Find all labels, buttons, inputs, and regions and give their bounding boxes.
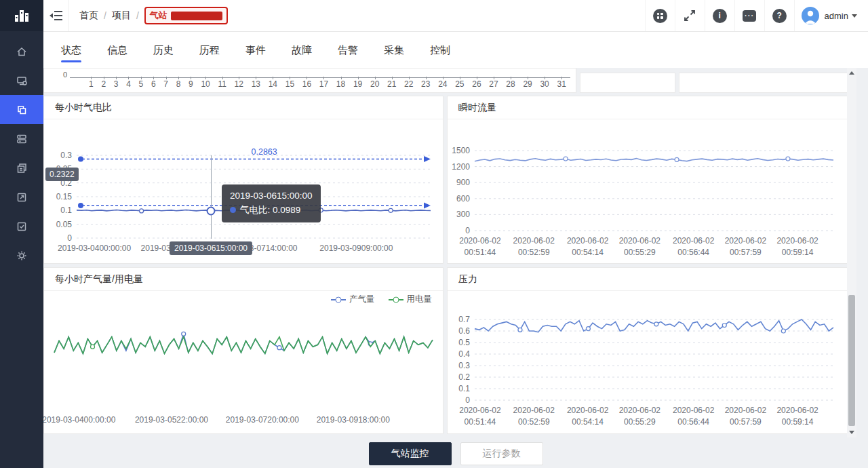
day-tick-label: 6: [151, 79, 156, 89]
day-tick-label: 4: [126, 79, 131, 89]
panel-instant-flow: 瞬时流量 0300600900120015002020-06-02 00:51:…: [447, 96, 848, 264]
bottom-action-bar: 气站监控 运行参数: [43, 440, 868, 468]
legend-line-circle-icon: [389, 299, 403, 300]
vertical-scrollbar[interactable]: [847, 68, 856, 437]
check-square-icon: [16, 220, 28, 233]
fullscreen-icon: [684, 9, 696, 22]
day-tick-label: 12: [235, 79, 243, 89]
chart-title: 每小时气电比: [44, 96, 443, 119]
legend-item[interactable]: 产气量: [331, 294, 375, 305]
x-axis-label: 2019-03-0909:00:00: [319, 243, 393, 254]
day-tick-label: 17: [319, 79, 328, 89]
running-params-button[interactable]: 运行参数: [460, 442, 543, 465]
info-icon: i: [713, 9, 727, 23]
x-axis-label: 2020-06-02 00:52:59: [513, 235, 555, 259]
breadcrumb-separator: /: [136, 10, 139, 21]
help-icon: ?: [772, 9, 787, 23]
cropped-stat-panel: [580, 73, 675, 93]
apps-icon: [653, 9, 667, 23]
x-axis-label: 2020-06-02 00:59:14: [776, 235, 818, 259]
day-tick-label: 31: [557, 79, 566, 89]
sidebar-item-home[interactable]: [0, 37, 43, 66]
day-tick-label: 2: [101, 79, 106, 89]
hourly-gas-electricity-chart[interactable]: 2019-03-0400:00:002019-03-0522:00:002019…: [44, 291, 443, 434]
day-tick-label: 1: [89, 79, 94, 89]
y-axis-label: 0: [63, 71, 67, 79]
apps-button[interactable]: [645, 0, 675, 31]
fullscreen-button[interactable]: [675, 0, 705, 31]
x-axis-label: 2020-06-02 00:57:59: [725, 235, 766, 259]
scroll-area: 0 12345678910111213141516171819202122232…: [43, 68, 868, 440]
day-tick-label: 23: [421, 79, 430, 89]
tab-status[interactable]: 状态: [60, 33, 83, 67]
sidebar-item-export[interactable]: [0, 182, 43, 212]
tab-control[interactable]: 控制: [429, 33, 452, 67]
buildings-logo-icon: [13, 8, 31, 23]
message-button[interactable]: ···: [734, 0, 764, 31]
tab-faults[interactable]: 故障: [290, 33, 313, 67]
pressure-chart[interactable]: 00.10.20.30.40.50.60.72020-06-02 00:51:4…: [448, 291, 847, 434]
gas-electric-ratio-chart[interactable]: 00.050.10.150.20.250.30.2863 0.2322 2019…: [44, 119, 443, 264]
station-badge[interactable]: 气站: [144, 7, 228, 24]
scroll-down-arrow-icon[interactable]: [849, 431, 854, 434]
x-axis-label: 2020-06-02 00:59:14: [776, 405, 818, 429]
x-axis-label: 2020-06-02 00:55:29: [619, 235, 660, 259]
tab-bar: 状态 信息 历史 历程 事件 故障 告警 采集 控制: [43, 31, 868, 68]
tab-course[interactable]: 历程: [198, 33, 221, 67]
x-axis-label: 2019-03-0720:00:00: [226, 414, 299, 426]
tab-info[interactable]: 信息: [106, 33, 129, 67]
day-tick-label: 14: [269, 79, 277, 89]
svg-text:0.2: 0.2: [458, 372, 470, 382]
sidebar-item-settings[interactable]: [0, 241, 43, 270]
y-axis-pointer-badge: 0.2322: [45, 168, 79, 181]
app-logo[interactable]: [0, 0, 43, 31]
tab-alarms[interactable]: 告警: [336, 33, 359, 67]
gear-icon: [16, 250, 28, 262]
user-menu[interactable]: admin: [794, 0, 868, 31]
day-tick-label: 16: [302, 79, 311, 89]
instant-flow-chart[interactable]: 0300600900120015002020-06-02 00:51:44202…: [448, 119, 847, 264]
server-icon: [16, 133, 28, 145]
chart-title: 每小时产气量/用电量: [44, 268, 443, 291]
sidebar-item-reports[interactable]: [0, 153, 43, 182]
tab-events[interactable]: 事件: [244, 33, 267, 67]
day-tick-label: 5: [139, 79, 144, 89]
day-tick-label: 8: [176, 79, 181, 89]
legend-item[interactable]: 用电量: [389, 294, 433, 305]
tooltip-value: 气电比: 0.0989: [240, 205, 300, 215]
svg-text:0: 0: [67, 233, 72, 243]
tooltip-title: 2019-03-0615:00:00: [230, 189, 313, 203]
info-button[interactable]: i: [705, 0, 734, 31]
sidebar-item-tasks[interactable]: [0, 212, 43, 241]
scrollbar-thumb[interactable]: [848, 295, 855, 426]
menu-fold-button[interactable]: [43, 0, 69, 31]
day-tick-label: 15: [285, 79, 294, 89]
svg-text:0.15: 0.15: [56, 192, 73, 201]
x-axis-label: 2020-06-02 00:51:44: [459, 405, 500, 429]
day-tick-label: 25: [455, 79, 464, 89]
day-tick-label: 10: [201, 79, 210, 89]
x-axis-label: 2020-06-02 00:52:59: [513, 405, 555, 429]
svg-text:0.7: 0.7: [458, 315, 470, 324]
chevron-down-icon: [852, 14, 857, 18]
series-dot-icon: [230, 207, 236, 213]
menu-fold-icon: [50, 10, 63, 21]
tab-collection[interactable]: 采集: [382, 33, 406, 67]
panel-hourly-gas-electricity: 每小时产气量/用电量 2019-03-0400:00:002019-03-052…: [43, 267, 443, 434]
help-button[interactable]: ?: [764, 0, 794, 31]
day-tick-label: 9: [189, 79, 193, 89]
sidebar-item-devices[interactable]: [0, 124, 43, 153]
x-axis-label: 2020-06-02 00:51:44: [459, 235, 500, 259]
sidebar-item-projects[interactable]: [0, 95, 43, 124]
breadcrumb-home[interactable]: 首页: [79, 9, 98, 22]
breadcrumb-project[interactable]: 项目: [112, 9, 131, 22]
svg-text:0.05: 0.05: [56, 220, 73, 229]
scroll-up-arrow-icon[interactable]: [849, 71, 854, 75]
sidebar-item-monitor-config[interactable]: [0, 66, 43, 95]
person-icon: [802, 7, 819, 24]
station-monitor-button[interactable]: 气站监控: [369, 442, 452, 465]
svg-text:0.5: 0.5: [458, 338, 470, 347]
tab-history[interactable]: 历史: [152, 33, 175, 67]
svg-text:0: 0: [465, 395, 470, 405]
document-arrow-icon: [16, 191, 28, 203]
